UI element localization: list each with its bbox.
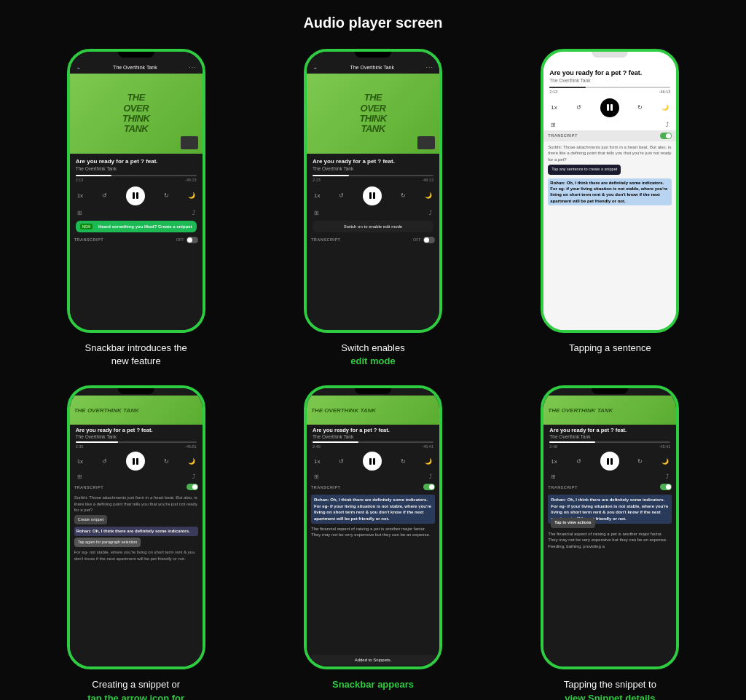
phone-1: ⌄ The Overthink Tank ··· THEOVERTHINKTAN… xyxy=(67,49,205,333)
phone-2: ⌄ The Overthink Tank ··· THEOVERTHINKTAN… xyxy=(304,49,442,333)
phone-3: Are you ready for a pet ? feat. The Over… xyxy=(541,49,679,333)
phone-6: THE OVERTHINK TANK Are you ready for a p… xyxy=(541,385,679,669)
cell-1: ⌄ The Overthink Tank ··· THEOVERTHINKTAN… xyxy=(23,49,248,368)
cell-6: THE OVERTHINK TANK Are you ready for a p… xyxy=(498,385,723,700)
phones-grid: ⌄ The Overthink Tank ··· THEOVERTHINKTAN… xyxy=(23,49,723,700)
phone-5: THE OVERTHINK TANK Are you ready for a p… xyxy=(304,385,442,669)
page-title: Audio player screen xyxy=(303,15,442,31)
page-container: Audio player screen ⌄ The Overthink Tank… xyxy=(0,15,746,700)
phone-4: THE OVERTHINK TANK Are you ready for a p… xyxy=(67,385,205,669)
cell-4: THE OVERTHINK TANK Are you ready for a p… xyxy=(23,385,248,700)
cell-5: THE OVERTHINK TANK Are you ready for a p… xyxy=(260,385,485,700)
cell-2: ⌄ The Overthink Tank ··· THEOVERTHINKTAN… xyxy=(260,49,485,368)
cell-3: Are you ready for a pet ? feat. The Over… xyxy=(498,49,723,368)
